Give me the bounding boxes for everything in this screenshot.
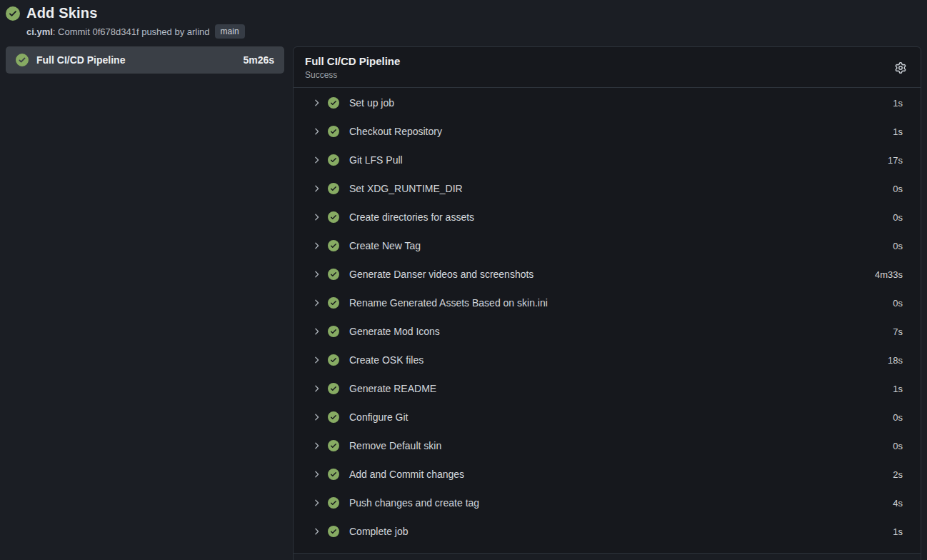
step-success-icon <box>328 526 339 537</box>
job-success-icon <box>16 54 29 66</box>
step-row-11[interactable]: Configure Git 0s <box>294 403 921 431</box>
step-row-14[interactable]: Push changes and create tag 4s <box>294 489 921 517</box>
step-row-10[interactable]: Generate README 1s <box>294 374 921 403</box>
step-row-1[interactable]: Checkout Repository 1s <box>294 117 921 146</box>
chevron-right-icon <box>311 355 321 365</box>
chevron-right-icon <box>311 155 321 165</box>
step-duration: 1s <box>893 98 903 109</box>
step-row-13[interactable]: Add and Commit changes 2s <box>294 460 921 489</box>
step-row-8[interactable]: Generate Mod Icons 7s <box>294 317 921 346</box>
run-success-icon <box>6 6 20 21</box>
step-duration: 0s <box>893 212 903 223</box>
step-success-icon <box>328 383 339 394</box>
step-row-7[interactable]: Rename Generated Assets Based on skin.in… <box>294 289 921 317</box>
chevron-right-icon <box>311 269 321 279</box>
step-success-icon <box>328 126 339 137</box>
step-label: Configure Git <box>349 411 893 423</box>
chevron-right-icon <box>311 441 321 451</box>
step-duration: 17s <box>888 155 903 166</box>
step-label: Remove Default skin <box>349 440 893 451</box>
step-row-6[interactable]: Generate Danser videos and screenshots 4… <box>294 260 921 289</box>
step-label: Create New Tag <box>349 240 893 251</box>
step-success-icon <box>328 411 339 423</box>
step-row-2[interactable]: Git LFS Pull 17s <box>294 146 921 174</box>
step-duration: 1s <box>893 384 903 394</box>
step-row-4[interactable]: Create directories for assets 0s <box>294 203 921 231</box>
branch-badge[interactable]: main <box>215 24 245 39</box>
step-duration: 1s <box>893 126 903 137</box>
workflow-file-name: ci.yml <box>26 26 53 37</box>
chevron-right-icon <box>311 126 321 136</box>
step-duration: 0s <box>893 298 903 309</box>
job-name: Full CI/CD Pipeline <box>36 54 235 66</box>
step-row-9[interactable]: Create OSK files 18s <box>294 346 921 374</box>
job-duration: 5m26s <box>243 54 274 66</box>
step-row-12[interactable]: Remove Default skin 0s <box>294 431 921 460</box>
chevron-right-icon <box>311 412 321 422</box>
chevron-right-icon <box>311 184 321 194</box>
step-success-icon <box>328 154 339 166</box>
chevron-right-icon <box>311 326 321 336</box>
step-label: Checkout Repository <box>349 126 893 137</box>
panel-header: Full CI/CD Pipeline Success <box>294 47 921 88</box>
step-duration: 0s <box>893 412 903 423</box>
step-label: Add and Commit changes <box>349 469 893 480</box>
jobs-sidebar: Full CI/CD Pipeline 5m26s <box>6 46 284 74</box>
step-label: Generate Danser videos and screenshots <box>349 269 875 280</box>
step-duration: 0s <box>893 241 903 251</box>
step-success-icon <box>328 269 339 280</box>
job-log-panel: Full CI/CD Pipeline Success Set up job 1… <box>293 46 921 560</box>
step-duration: 4m33s <box>875 269 903 280</box>
step-label: Generate Mod Icons <box>349 326 893 337</box>
step-success-icon <box>328 240 339 251</box>
run-title: Add Skins <box>26 5 98 21</box>
chevron-right-icon <box>311 526 321 536</box>
step-label: Push changes and create tag <box>349 497 893 509</box>
step-duration: 0s <box>893 441 903 451</box>
step-success-icon <box>328 354 339 366</box>
step-label: Create directories for assets <box>349 211 893 223</box>
commit-summary: : Commit 0f678d341f pushed by arlind <box>53 26 210 37</box>
step-success-icon <box>328 97 339 109</box>
run-subtitle: ci.yml: Commit 0f678d341f pushed by arli… <box>26 24 920 39</box>
chevron-right-icon <box>311 241 321 251</box>
panel-job-title: Full CI/CD Pipeline <box>305 55 400 67</box>
step-row-5[interactable]: Create New Tag 0s <box>294 231 921 260</box>
step-label: Generate README <box>349 383 893 394</box>
step-label: Rename Generated Assets Based on skin.in… <box>349 297 893 309</box>
step-label: Set XDG_RUNTIME_DIR <box>349 183 893 194</box>
step-success-icon <box>328 183 339 194</box>
step-success-icon <box>328 497 339 509</box>
sidebar-job-full-pipeline[interactable]: Full CI/CD Pipeline 5m26s <box>6 46 284 74</box>
step-duration: 7s <box>893 326 903 337</box>
step-row-0[interactable]: Set up job 1s <box>294 89 921 117</box>
gear-icon <box>895 62 906 74</box>
step-duration: 18s <box>888 355 903 366</box>
step-duration: 0s <box>893 184 903 194</box>
panel-job-status: Success <box>305 70 400 80</box>
step-duration: 4s <box>893 498 903 509</box>
step-duration: 1s <box>893 526 903 537</box>
step-label: Git LFS Pull <box>349 154 888 166</box>
step-label: Set up job <box>349 97 893 109</box>
step-success-icon <box>328 440 339 451</box>
step-success-icon <box>328 211 339 223</box>
chevron-right-icon <box>311 298 321 308</box>
step-success-icon <box>328 469 339 480</box>
step-row-3[interactable]: Set XDG_RUNTIME_DIR 0s <box>294 174 921 203</box>
step-duration: 2s <box>893 469 903 480</box>
log-settings-button[interactable] <box>892 59 909 76</box>
panel-footer <box>294 553 921 560</box>
chevron-right-icon <box>311 384 321 394</box>
run-header: Add Skins ci.yml: Commit 0f678d341f push… <box>0 0 927 46</box>
chevron-right-icon <box>311 212 321 222</box>
step-success-icon <box>328 326 339 337</box>
step-label: Complete job <box>349 526 893 537</box>
step-label: Create OSK files <box>349 354 888 366</box>
steps-list: Set up job 1s Checkout Repository 1s Git… <box>294 88 921 553</box>
step-row-15[interactable]: Complete job 1s <box>294 517 921 546</box>
chevron-right-icon <box>311 469 321 479</box>
run-content: Full CI/CD Pipeline 5m26s Full CI/CD Pip… <box>0 46 927 560</box>
step-success-icon <box>328 297 339 309</box>
chevron-right-icon <box>311 498 321 508</box>
